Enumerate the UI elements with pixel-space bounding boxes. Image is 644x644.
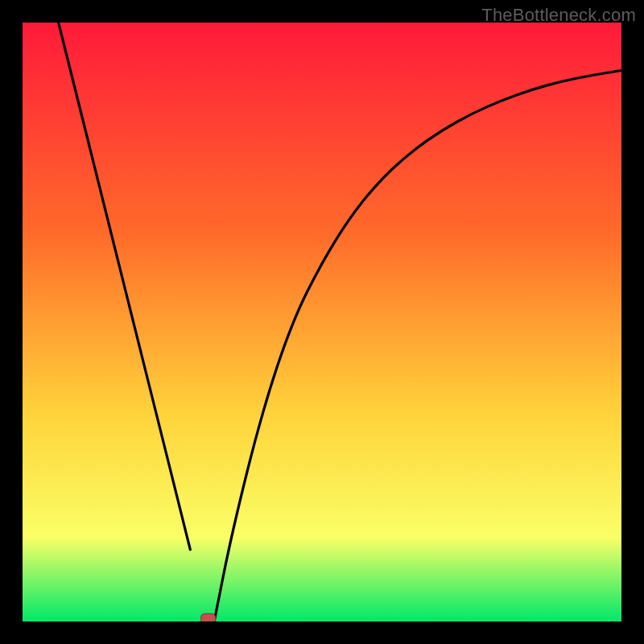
gradient-background	[23, 23, 621, 621]
minimum-marker	[201, 613, 216, 621]
chart-svg	[23, 23, 621, 621]
chart-frame	[23, 23, 621, 621]
watermark-text: TheBottleneck.com	[481, 5, 636, 26]
